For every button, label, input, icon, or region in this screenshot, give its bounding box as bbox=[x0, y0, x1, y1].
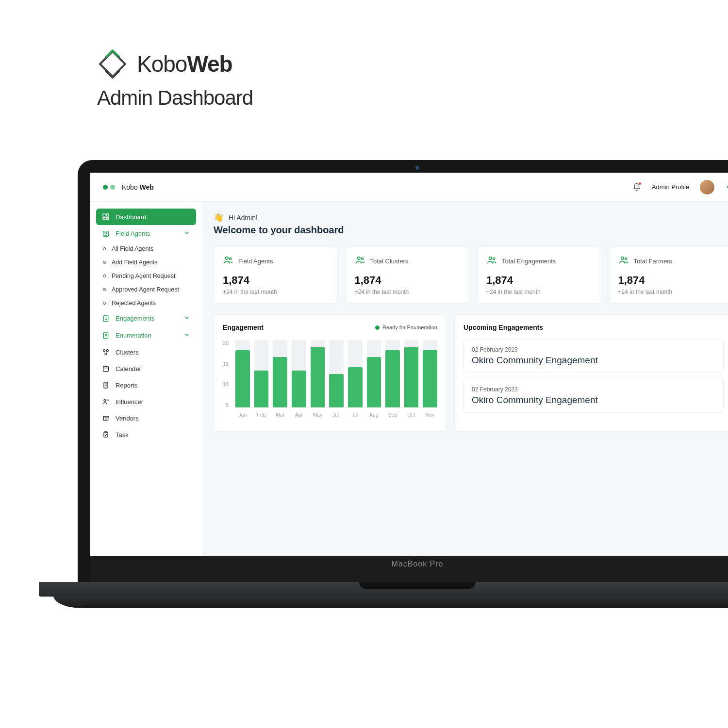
sidebar-item-label: Engagements bbox=[116, 315, 154, 322]
sidebar-item-field-agents[interactable]: Field Agents bbox=[96, 225, 196, 242]
brand-label: Kobo Web bbox=[122, 183, 154, 191]
topbar: Kobo Web Admin Profile ▼ bbox=[90, 173, 728, 202]
card-delta: +24 in the last month bbox=[223, 289, 329, 295]
svg-point-8 bbox=[103, 350, 105, 352]
sidebar-item-enumeration[interactable]: Enumeration bbox=[96, 327, 196, 344]
main-content: 👋 Hi Admin! Welcome to your dashboard Fi… bbox=[202, 202, 728, 556]
sidebar-item-label: Enumeration bbox=[116, 332, 151, 339]
hero-subtitle: Admin Dashboard bbox=[97, 86, 728, 110]
sidebar-item-label: Reports bbox=[116, 382, 138, 389]
stat-card[interactable]: Total Clusters 1,874 +24 in the last mon… bbox=[346, 246, 470, 304]
engagement-chart-panel: Engagement Ready for Enumeration 2015105 bbox=[214, 314, 447, 432]
chart-bar[interactable] bbox=[385, 340, 400, 407]
chart-bar[interactable] bbox=[367, 340, 381, 407]
sidebar-sub-rejected-agents[interactable]: Rejected Agents bbox=[96, 296, 196, 310]
sidebar-item-calender[interactable]: Calender bbox=[96, 360, 196, 377]
x-tick: Apr bbox=[292, 412, 306, 418]
svg-point-19 bbox=[489, 257, 492, 260]
enumeration-icon bbox=[102, 332, 110, 340]
sidebar: Dashboard Field Agents All Field Agents … bbox=[90, 202, 202, 556]
people-icon bbox=[486, 255, 497, 267]
svg-point-21 bbox=[621, 257, 624, 260]
svg-point-13 bbox=[104, 399, 106, 401]
stat-card[interactable]: Total Engagements 1,874 +24 in the last … bbox=[477, 246, 601, 304]
sidebar-item-influencer[interactable]: Influencer bbox=[96, 393, 196, 410]
chart-bar[interactable] bbox=[292, 340, 306, 407]
people-icon bbox=[618, 255, 629, 267]
app-screen: Kobo Web Admin Profile ▼ bbox=[90, 173, 728, 556]
wave-icon: 👋 bbox=[214, 212, 224, 223]
brand-bold: Web bbox=[140, 183, 154, 191]
sidebar-item-reports[interactable]: Reports bbox=[96, 377, 196, 393]
sidebar-item-label: Field Agents bbox=[116, 230, 150, 237]
hero-header: KoboWeb Admin Dashboard bbox=[0, 0, 728, 110]
upcoming-item[interactable]: 02 February 2023 Okiro Community Engagem… bbox=[463, 339, 724, 373]
influencer-icon bbox=[102, 398, 110, 405]
upcoming-title: Upcoming Engagements bbox=[463, 324, 724, 331]
chart-bar[interactable] bbox=[254, 340, 269, 407]
sidebar-item-vendors[interactable]: Vendors bbox=[96, 410, 196, 426]
card-value: 1,874 bbox=[618, 274, 724, 287]
card-value: 1,874 bbox=[355, 274, 461, 287]
hero-logo-text: KoboWeb bbox=[137, 51, 232, 77]
laptop-mock: Kobo Web Admin Profile ▼ bbox=[78, 160, 728, 614]
upcoming-date: 02 February 2023 bbox=[472, 386, 715, 393]
sidebar-item-label: Clusters bbox=[116, 349, 139, 356]
card-delta: +24 in the last month bbox=[355, 289, 461, 295]
sidebar-sub-pending-agent-request[interactable]: Pending Agent Request bbox=[96, 269, 196, 283]
svg-point-10 bbox=[105, 353, 107, 355]
reports-icon bbox=[102, 381, 110, 389]
chart-bar[interactable] bbox=[273, 340, 287, 407]
people-icon bbox=[223, 255, 233, 267]
chart-title: Engagement bbox=[223, 324, 264, 331]
notification-dot bbox=[638, 182, 642, 185]
chart-bar-fill bbox=[348, 367, 363, 407]
svg-point-22 bbox=[625, 258, 627, 259]
chart-bar[interactable] bbox=[311, 340, 325, 407]
chart-bar[interactable] bbox=[404, 340, 419, 407]
upcoming-item[interactable]: 02 February 2023 Okiro Community Engagem… bbox=[463, 379, 724, 413]
chart-bars bbox=[235, 340, 437, 408]
svg-point-9 bbox=[106, 350, 108, 352]
profile-chevron-icon[interactable]: ▼ bbox=[725, 183, 728, 191]
sidebar-item-task[interactable]: Task bbox=[96, 426, 196, 443]
chart-bar[interactable] bbox=[423, 340, 437, 407]
x-tick: Feb bbox=[254, 412, 269, 418]
card-delta: +24 in the last month bbox=[486, 289, 592, 295]
x-tick: Oct bbox=[404, 412, 419, 418]
sidebar-item-engagements[interactable]: Engagements bbox=[96, 310, 196, 327]
card-title: Total Engagements bbox=[502, 258, 556, 265]
sidebar-sub-all-field-agents[interactable]: All Field Agents bbox=[96, 242, 196, 256]
sidebar-item-clusters[interactable]: Clusters bbox=[96, 344, 196, 360]
stat-card[interactable]: Field Agents 1,874 +24 in the last month bbox=[214, 246, 338, 304]
upcoming-item-title: Okiro Community Engagement bbox=[472, 395, 715, 405]
bullet-icon bbox=[103, 302, 106, 305]
bullet-icon bbox=[103, 247, 106, 250]
sidebar-item-dashboard[interactable]: Dashboard bbox=[96, 209, 196, 225]
svg-point-17 bbox=[357, 257, 360, 260]
chart-x-axis: JanFebMarAprMayJunJulAugSepOctNov bbox=[235, 412, 437, 418]
svg-rect-6 bbox=[103, 316, 108, 322]
y-tick: 15 bbox=[223, 361, 229, 367]
sidebar-sub-approved-agent-request[interactable]: Approved Agent Request bbox=[96, 283, 196, 296]
upcoming-date: 02 February 2023 bbox=[472, 346, 715, 353]
chart-bar-fill bbox=[273, 357, 287, 407]
chart-bar[interactable] bbox=[348, 340, 363, 407]
svg-rect-11 bbox=[103, 366, 109, 372]
chart-y-axis: 2015105 bbox=[223, 340, 232, 408]
calendar-icon bbox=[102, 365, 110, 372]
avatar[interactable] bbox=[700, 180, 714, 194]
vendors-icon bbox=[102, 414, 110, 422]
profile-label[interactable]: Admin Profile bbox=[652, 183, 689, 191]
card-delta: +24 in the last month bbox=[618, 289, 724, 295]
notifications-button[interactable] bbox=[632, 183, 641, 192]
hero-brand-bold: Web bbox=[187, 51, 232, 77]
chart-legend: Ready for Enumeration bbox=[375, 324, 437, 330]
chart-bar[interactable] bbox=[235, 340, 250, 407]
chart-bar[interactable] bbox=[329, 340, 344, 407]
x-tick: Jul bbox=[348, 412, 363, 418]
sidebar-item-label: Calender bbox=[116, 365, 141, 372]
sidebar-sub-add-field-agents[interactable]: Add Field Agents bbox=[96, 256, 196, 269]
upcoming-item-title: Okiro Community Engagement bbox=[472, 355, 715, 366]
stat-card[interactable]: Total Farmers 1,874 +24 in the last mont… bbox=[609, 246, 728, 304]
